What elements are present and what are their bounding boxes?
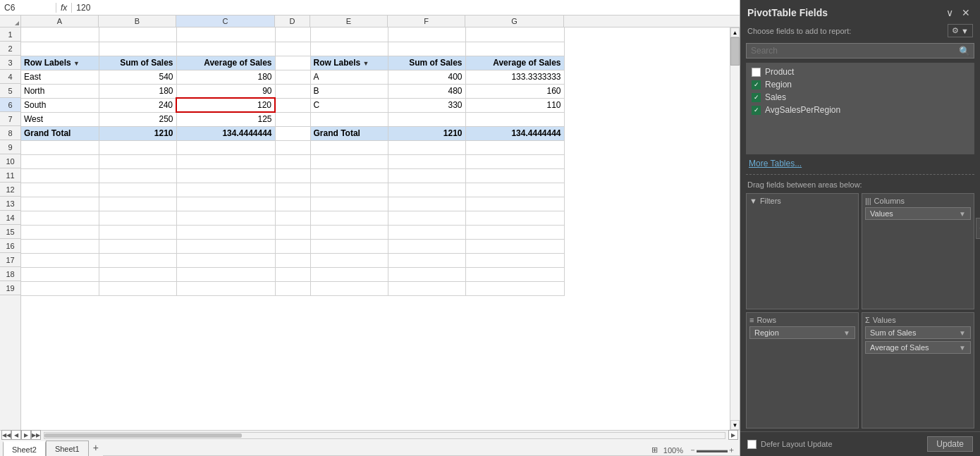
cell-e2[interactable]	[310, 42, 388, 56]
scroll-thumb[interactable]	[730, 37, 740, 66]
values-avg-dropdown-icon[interactable]: ▼	[959, 344, 966, 352]
gear-settings-button[interactable]: ⚙ ▼	[948, 24, 973, 37]
values-sum-dropdown-icon[interactable]: ▼	[959, 329, 966, 337]
field-tag-dropdown-icon[interactable]: ▼	[959, 210, 966, 218]
cell-a3[interactable]: Row Labels ▼	[21, 56, 99, 70]
cell-c3[interactable]: Average of Sales	[176, 56, 275, 70]
row-header-9[interactable]: 9	[0, 140, 20, 154]
cell-f2[interactable]	[388, 42, 465, 56]
scroll-down-button[interactable]: ▼	[730, 420, 740, 430]
cell-b5[interactable]: 180	[99, 84, 176, 98]
more-tables-link[interactable]: More Tables...	[740, 156, 980, 171]
sheet-nav-next[interactable]: ▶	[21, 430, 31, 440]
field-checkbox-sales[interactable]	[752, 93, 761, 102]
add-sheet-button[interactable]: +	[89, 440, 103, 455]
row-header-7[interactable]: 7	[0, 112, 20, 126]
field-item-avgsalesperregion[interactable]: AvgSalesPerRegion	[749, 104, 972, 116]
cell-d5[interactable]	[275, 84, 310, 98]
cell-e1[interactable]	[310, 27, 388, 42]
cell-e6[interactable]: C	[310, 98, 388, 112]
cell-a2[interactable]	[21, 42, 99, 56]
cell-d7[interactable]	[275, 112, 310, 126]
cell-g2[interactable]	[465, 42, 564, 56]
vertical-scrollbar[interactable]: ▲ ▼	[730, 27, 740, 430]
sheet-nav-first[interactable]: ◀◀	[1, 430, 11, 440]
cell-f6[interactable]: 330	[388, 98, 465, 112]
row-header-10[interactable]: 10	[0, 154, 20, 168]
scroll-track[interactable]	[730, 37, 740, 420]
values-field-avg[interactable]: Average of Sales ▼	[865, 341, 971, 354]
row-header-18[interactable]: 18	[0, 267, 20, 281]
cell-f3[interactable]: Sum of Sales	[388, 56, 465, 70]
row-header-19[interactable]: 19	[0, 281, 20, 295]
cell-b6[interactable]: 240	[99, 98, 176, 112]
col-header-c[interactable]: C	[176, 16, 275, 27]
row-header-12[interactable]: 12	[0, 183, 20, 197]
cell-f1[interactable]	[388, 27, 465, 42]
rows-field-region[interactable]: Region ▼	[749, 326, 855, 339]
cell-b2[interactable]	[99, 42, 176, 56]
row-header-4[interactable]: 4	[0, 70, 20, 84]
cell-e7[interactable]	[310, 112, 388, 126]
scroll-up-button[interactable]: ▲	[730, 27, 740, 37]
row-header-8[interactable]: 8	[0, 126, 20, 140]
formula-content[interactable]: 120	[72, 3, 740, 13]
cell-d1[interactable]	[275, 27, 310, 42]
cell-d4[interactable]	[275, 70, 310, 84]
cell-b3[interactable]: Sum of Sales	[99, 56, 176, 70]
cell-c8[interactable]: 134.4444444	[176, 126, 275, 140]
cell-a6[interactable]: South	[21, 98, 99, 112]
col-header-a[interactable]: A	[21, 16, 99, 27]
sheet-nav-prev[interactable]: ◀	[11, 430, 21, 440]
cell-g4[interactable]: 133.3333333	[465, 70, 564, 84]
cell-d6[interactable]	[275, 98, 310, 112]
scroll-right-button[interactable]: ▶	[728, 430, 738, 440]
corner-cell[interactable]	[0, 16, 21, 27]
row-header-3[interactable]: 3	[0, 56, 20, 70]
cell-a1[interactable]	[21, 27, 99, 42]
cell-e4[interactable]: A	[310, 70, 388, 84]
update-button[interactable]: Update	[927, 436, 973, 452]
row-header-17[interactable]: 17	[0, 253, 20, 267]
row-header-5[interactable]: 5	[0, 84, 20, 98]
pivot-close-button[interactable]: ✕	[959, 6, 973, 20]
cell-f4[interactable]: 400	[388, 70, 465, 84]
cell-g1[interactable]	[465, 27, 564, 42]
field-item-region[interactable]: Region	[749, 78, 972, 91]
cell-e5[interactable]: B	[310, 84, 388, 98]
cell-c7[interactable]: 125	[176, 112, 275, 126]
cell-c5[interactable]: 90	[176, 84, 275, 98]
search-input[interactable]	[746, 43, 974, 58]
cell-b1[interactable]	[99, 27, 176, 42]
rows-field-dropdown-icon[interactable]: ▼	[843, 329, 850, 337]
cell-b7[interactable]: 250	[99, 112, 176, 126]
cell-f5[interactable]: 480	[388, 84, 465, 98]
col-header-g[interactable]: G	[465, 16, 564, 27]
row-header-14[interactable]: 14	[0, 211, 20, 225]
cell-g3[interactable]: Average of Sales	[465, 56, 564, 70]
pivot-collapse-button[interactable]: ∨	[943, 6, 956, 20]
cell-c2[interactable]	[176, 42, 275, 56]
sheet-tab-sheet1[interactable]: Sheet1	[46, 440, 89, 456]
field-checkbox-product[interactable]	[752, 68, 761, 77]
field-checkbox-avgsalesperregion[interactable]	[752, 106, 761, 115]
cell-a5[interactable]: North	[21, 84, 99, 98]
row-header-16[interactable]: 16	[0, 239, 20, 253]
cell-b4[interactable]: 540	[99, 70, 176, 84]
cell-e3[interactable]: Row Labels ▼	[310, 56, 388, 70]
cell-g5[interactable]: 160	[465, 84, 564, 98]
row-header-11[interactable]: 11	[0, 168, 20, 183]
cell-d3[interactable]	[275, 56, 310, 70]
cell-d2[interactable]	[275, 42, 310, 56]
field-checkbox-region[interactable]	[752, 80, 761, 90]
sheet-nav-last[interactable]: ▶▶	[31, 430, 41, 440]
row-header-15[interactable]: 15	[0, 225, 20, 239]
row-header-2[interactable]: 2	[0, 42, 20, 56]
row-header-1[interactable]: 1	[0, 27, 20, 42]
cell-f8[interactable]: 1210	[388, 126, 465, 140]
col-header-f[interactable]: F	[388, 16, 465, 27]
cell-c1[interactable]	[176, 27, 275, 42]
cell-a4[interactable]: East	[21, 70, 99, 84]
cell-g8[interactable]: 134.4444444	[465, 126, 564, 140]
cell-a7[interactable]: West	[21, 112, 99, 126]
